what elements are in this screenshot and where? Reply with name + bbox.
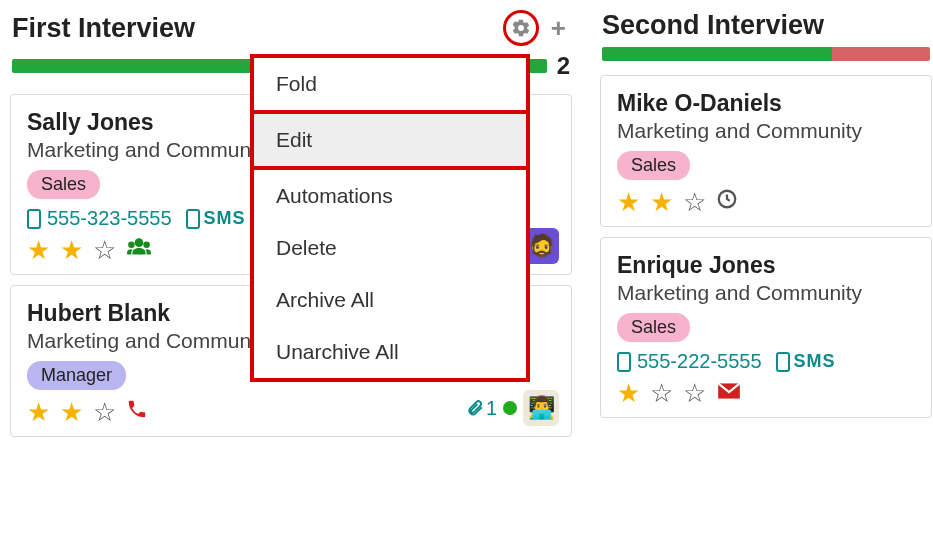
gear-icon	[511, 18, 531, 38]
star-icon[interactable]	[617, 380, 640, 406]
mobile-icon	[776, 352, 790, 372]
star-icon[interactable]	[27, 399, 50, 425]
clock-icon	[716, 188, 738, 216]
mobile-icon	[617, 352, 631, 372]
menu-item-automations[interactable]: Automations	[254, 170, 526, 222]
phone-number[interactable]: 555-222-5555	[617, 350, 762, 373]
menu-item-fold[interactable]: Fold	[254, 58, 526, 110]
star-icon[interactable]	[683, 189, 706, 215]
tag[interactable]: Manager	[27, 361, 126, 390]
star-icon[interactable]	[60, 399, 83, 425]
phone-number[interactable]: 555-323-5555	[27, 207, 172, 230]
candidate-card[interactable]: Mike O-Daniels Marketing and Community S…	[600, 75, 932, 227]
star-icon[interactable]	[650, 380, 673, 406]
menu-item-unarchive-all[interactable]: Unarchive All	[254, 326, 526, 378]
star-icon[interactable]	[617, 189, 640, 215]
mobile-icon	[27, 209, 41, 229]
add-button[interactable]: +	[547, 15, 570, 41]
star-icon[interactable]	[60, 237, 83, 263]
star-icon[interactable]	[650, 189, 673, 215]
sms-link[interactable]: SMS	[186, 208, 246, 229]
tag[interactable]: Sales	[617, 151, 690, 180]
star-icon[interactable]	[93, 237, 116, 263]
candidate-subtitle: Marketing and Community	[617, 281, 915, 305]
menu-item-edit[interactable]: Edit	[254, 114, 526, 166]
menu-item-archive-all[interactable]: Archive All	[254, 274, 526, 326]
column-settings-menu: Fold Edit Automations Delete Archive All…	[250, 54, 530, 382]
column-title: First Interview	[12, 13, 195, 44]
star-icon[interactable]	[93, 399, 116, 425]
candidate-subtitle: Marketing and Community	[617, 119, 915, 143]
svg-point-1	[128, 242, 135, 249]
svg-point-2	[143, 242, 150, 249]
candidate-name: Enrique Jones	[617, 252, 915, 279]
progress-bar	[602, 47, 930, 61]
star-icon[interactable]	[683, 380, 706, 406]
menu-item-delete[interactable]: Delete	[254, 222, 526, 274]
mobile-icon	[186, 209, 200, 229]
tag[interactable]: Sales	[27, 170, 100, 199]
group-icon	[126, 236, 152, 264]
avatar[interactable]: 👨‍💻	[523, 390, 559, 426]
status-dot	[503, 401, 517, 415]
star-icon[interactable]	[27, 237, 50, 263]
column-count: 2	[557, 52, 570, 80]
sms-link[interactable]: SMS	[776, 351, 836, 372]
column-title: Second Interview	[602, 10, 824, 41]
svg-point-0	[135, 238, 144, 247]
envelope-icon[interactable]	[716, 379, 742, 407]
candidate-name: Mike O-Daniels	[617, 90, 915, 117]
tag[interactable]: Sales	[617, 313, 690, 342]
gear-button[interactable]	[503, 10, 539, 46]
phone-icon[interactable]	[126, 398, 148, 426]
attachment-indicator[interactable]: 1	[466, 397, 497, 420]
candidate-card[interactable]: Enrique Jones Marketing and Community Sa…	[600, 237, 932, 418]
